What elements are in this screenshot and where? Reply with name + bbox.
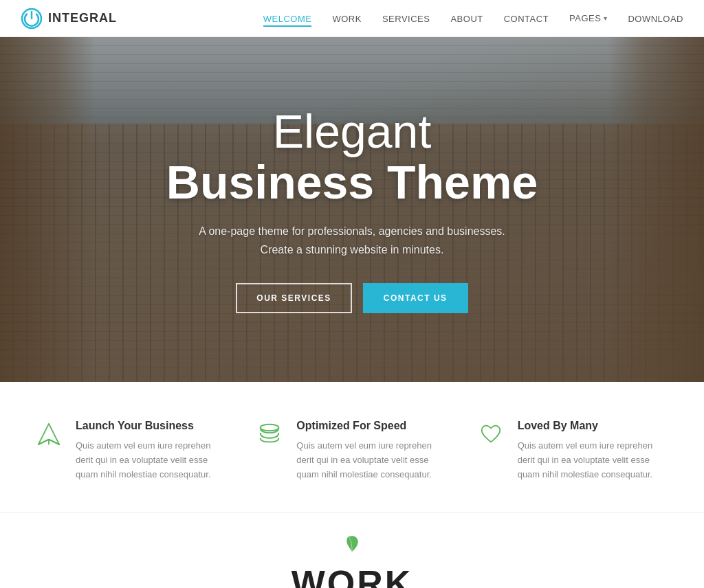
feature-launch-title: Launch Your Business bbox=[76, 420, 228, 432]
nav-item-pages[interactable]: PAGES ▾ bbox=[569, 13, 607, 23]
feature-loved: Loved By Many Quis autem vel eum iure re… bbox=[476, 420, 670, 482]
nav-item-services[interactable]: SERVICES bbox=[382, 12, 430, 25]
hero-section: Elegant Business Theme A one-page theme … bbox=[0, 37, 704, 382]
nav-link-contact[interactable]: CONTACT bbox=[504, 14, 549, 24]
heart-icon bbox=[476, 420, 505, 449]
feature-loved-desc: Quis autem vel eum iure reprehen derit q… bbox=[518, 439, 670, 482]
hero-subtitle: A one-page theme for professionals, agen… bbox=[166, 222, 538, 259]
nav-item-contact[interactable]: CONTACT bbox=[504, 12, 549, 25]
hero-title-line2: Business Theme bbox=[166, 156, 538, 208]
feature-speed-title: Optimized For Speed bbox=[296, 420, 448, 432]
work-section: WORK Donec nec justo eget felis facilisi… bbox=[0, 512, 704, 588]
plane-icon bbox=[34, 420, 63, 449]
nav-link-welcome[interactable]: WELCOME bbox=[263, 14, 312, 27]
chevron-down-icon: ▾ bbox=[604, 14, 607, 22]
feature-launch-desc: Quis autem vel eum iure reprehen derit q… bbox=[76, 439, 228, 482]
nav-item-welcome[interactable]: WELCOME bbox=[263, 12, 312, 25]
hero-content: Elegant Business Theme A one-page theme … bbox=[153, 106, 551, 314]
features-section: Launch Your Business Quis autem vel eum … bbox=[0, 382, 704, 512]
feature-launch-text: Launch Your Business Quis autem vel eum … bbox=[76, 420, 228, 482]
work-divider: WORK bbox=[146, 563, 558, 588]
hero-title-line1: Elegant bbox=[273, 105, 432, 157]
nav-links: WELCOME WORK SERVICES ABOUT CONTACT PAGE… bbox=[263, 12, 683, 25]
nav-link-about[interactable]: ABOUT bbox=[450, 14, 483, 24]
nav-link-services[interactable]: SERVICES bbox=[382, 14, 430, 24]
feature-speed: Optimized For Speed Quis autem vel eum i… bbox=[255, 420, 448, 482]
leaf-icon bbox=[34, 534, 670, 557]
nav-link-pages[interactable]: PAGES bbox=[569, 13, 601, 23]
nav-item-about[interactable]: ABOUT bbox=[450, 12, 483, 25]
work-title: WORK bbox=[292, 563, 413, 588]
contact-us-button[interactable]: CONTACT US bbox=[363, 283, 468, 313]
logo-link[interactable]: INTEGRAL bbox=[21, 8, 117, 30]
feature-launch: Launch Your Business Quis autem vel eum … bbox=[34, 420, 228, 482]
feature-loved-title: Loved By Many bbox=[518, 420, 670, 432]
hero-buttons: OUR SERVICES CONTACT US bbox=[166, 283, 538, 313]
hero-title: Elegant Business Theme bbox=[166, 106, 538, 209]
our-services-button[interactable]: OUR SERVICES bbox=[236, 283, 351, 313]
svg-point-5 bbox=[261, 425, 279, 431]
logo-icon bbox=[21, 8, 43, 30]
nav-link-download[interactable]: DOWNLOAD bbox=[628, 14, 683, 24]
feature-loved-text: Loved By Many Quis autem vel eum iure re… bbox=[518, 420, 670, 482]
brand-name: INTEGRAL bbox=[48, 11, 117, 25]
feature-speed-text: Optimized For Speed Quis autem vel eum i… bbox=[296, 420, 448, 482]
nav-item-work[interactable]: WORK bbox=[332, 12, 361, 25]
stack-icon bbox=[255, 420, 284, 449]
feature-speed-desc: Quis autem vel eum iure reprehen derit q… bbox=[296, 439, 448, 482]
nav-item-download[interactable]: DOWNLOAD bbox=[628, 12, 683, 25]
navbar: INTEGRAL WELCOME WORK SERVICES ABOUT CON… bbox=[0, 0, 704, 37]
nav-link-work[interactable]: WORK bbox=[332, 14, 361, 24]
